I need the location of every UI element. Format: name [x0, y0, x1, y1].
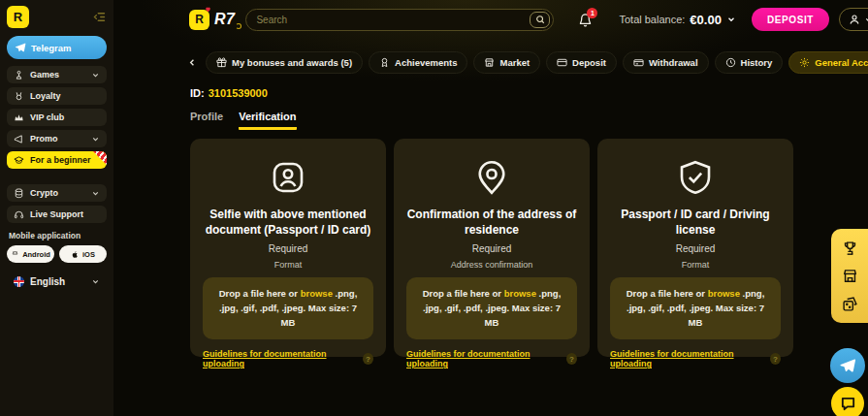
uk-flag-icon [14, 276, 24, 287]
wallet-icon [633, 57, 644, 68]
gift-icon [216, 57, 227, 68]
location-pin-icon [471, 157, 512, 198]
notifications-bell[interactable]: 1 [578, 13, 593, 27]
sidebar-item-label: Games [30, 70, 85, 80]
sidebar-item-vip-club[interactable]: VIP club [7, 109, 107, 126]
quick-access-rail [831, 229, 868, 323]
sidebar-collapse-icon[interactable] [92, 10, 107, 24]
telegram-float-button[interactable] [830, 348, 865, 383]
sparkle-decoration [236, 23, 241, 29]
subtab-profile[interactable]: Profile [190, 111, 223, 130]
crown-icon [14, 112, 24, 123]
file-dropzone[interactable]: Drop a file here or browse .png, .jpg, .… [610, 277, 781, 339]
help-icon[interactable]: ? [770, 353, 781, 365]
card-passport-id-license: Passport / ID card / Driving license Req… [597, 139, 793, 357]
balance-label: Total balance: [619, 14, 685, 25]
guidelines-link[interactable]: Guidelines for documentation uploading [406, 349, 561, 368]
sidebar-item-games[interactable]: Games [7, 66, 107, 83]
card-selfie-with-document: Selfie with above mentioned document (Pa… [190, 139, 386, 357]
sidebar: R Telegram Games Loyalty VIP club [0, 0, 113, 416]
sidebar-item-live-support[interactable]: Live Support [7, 206, 107, 223]
heart-decoration-icon [205, 6, 211, 13]
chevron-down-icon [864, 16, 868, 24]
help-icon[interactable]: ? [566, 353, 577, 365]
livechat-float-button[interactable] [831, 387, 864, 416]
sidebar-logo[interactable]: R [7, 6, 29, 28]
card-title: Passport / ID card / Driving license [610, 208, 781, 238]
profile-menu-button[interactable] [839, 8, 868, 31]
subtab-verification[interactable]: Verification [239, 111, 296, 130]
deposit-button[interactable]: DEPOSIT [752, 8, 829, 31]
tabs-back-chevron[interactable] [187, 57, 198, 68]
account-id-label: ID: [190, 87, 205, 99]
dropzone-text: Drop a file here or browse .png, .jpg, .… [420, 287, 563, 330]
tab-history[interactable]: History [715, 51, 784, 74]
format-label: Format [682, 260, 710, 270]
graduation-cap-icon [14, 155, 24, 166]
sidebar-item-label: Promo [30, 134, 85, 144]
search-button[interactable] [530, 12, 550, 28]
help-icon[interactable]: ? [363, 353, 373, 365]
sidebar-item-loyalty[interactable]: Loyalty [7, 87, 107, 105]
account-id-value: 3101539000 [209, 87, 268, 99]
sidebar-item-label: VIP club [30, 112, 100, 122]
sidebar-item-label: Loyalty [30, 91, 100, 101]
sidebar-item-crypto[interactable]: Crypto [7, 184, 107, 202]
chevron-down-icon [91, 71, 100, 80]
person-icon [849, 14, 860, 25]
required-label: Required [676, 243, 716, 254]
tab-general-account-settings[interactable]: General Account Settings [788, 51, 868, 74]
search-bar [245, 9, 554, 31]
android-label: Android [22, 250, 50, 259]
sidebar-item-label: For a beginner [30, 155, 100, 165]
language-selector[interactable]: English [7, 272, 107, 290]
store-icon [484, 57, 495, 68]
ios-app-button[interactable]: iOS [59, 245, 107, 263]
sidebar-item-label: Live Support [30, 209, 100, 219]
sidebar-item-label: Crypto [30, 188, 85, 198]
rail-dice-icon[interactable] [842, 296, 858, 312]
file-dropzone[interactable]: Drop a file here or browse .png, .jpg, .… [203, 277, 373, 339]
browse-link[interactable]: browse [504, 288, 536, 299]
account-tabs: My bonuses and awards (5) Achievements M… [187, 51, 868, 74]
required-label: Required [269, 243, 308, 254]
rail-market-icon[interactable] [842, 268, 858, 284]
headset-icon [14, 209, 24, 220]
balance-value: €0.00 [690, 13, 722, 27]
android-icon [11, 250, 19, 259]
settings-subtabs: Profile Verification [190, 111, 868, 130]
tab-withdrawal[interactable]: Withdrawal [623, 51, 709, 74]
guidelines-link[interactable]: Guidelines for documentation uploading [203, 349, 357, 368]
ios-label: iOS [82, 250, 95, 259]
sidebar-item-telegram[interactable]: Telegram [7, 36, 107, 59]
tab-market[interactable]: Market [473, 51, 540, 74]
chevron-down-icon [726, 15, 736, 24]
verification-cards: Selfie with above mentioned document (Pa… [190, 139, 868, 357]
top-header: R R7 1 Total balance: €0.00 DEPOSIT [113, 0, 868, 39]
browse-link[interactable]: browse [708, 288, 740, 299]
browse-link[interactable]: browse [301, 288, 333, 299]
search-input[interactable] [256, 15, 530, 25]
guidelines-link[interactable]: Guidelines for documentation uploading [610, 349, 764, 368]
sidebar-item-for-a-beginner[interactable]: For a beginner [7, 151, 107, 169]
chevron-down-icon [91, 135, 100, 144]
tab-deposit[interactable]: Deposit [546, 51, 617, 74]
tab-achievements[interactable]: Achievements [369, 51, 467, 74]
dropzone-text: Drop a file here or browse .png, .jpg, .… [216, 287, 360, 330]
required-label: Required [472, 243, 512, 254]
rail-trophy-icon[interactable] [842, 240, 858, 257]
brand-logo[interactable]: R R7 [189, 10, 235, 30]
megaphone-icon [14, 134, 24, 144]
telegram-icon [15, 42, 26, 53]
android-app-button[interactable]: Android [7, 245, 54, 263]
shield-check-icon [675, 157, 716, 198]
balance-dropdown[interactable]: Total balance: €0.00 [619, 13, 735, 27]
tab-my-bonuses-and-awards[interactable]: My bonuses and awards (5) [206, 51, 363, 74]
chevron-down-icon [91, 277, 100, 286]
file-dropzone[interactable]: Drop a file here or browse .png, .jpg, .… [406, 277, 577, 339]
card-address-confirmation: Confirmation of the address of residence… [394, 139, 590, 357]
id-photo-icon [268, 157, 308, 198]
notification-badge: 1 [587, 8, 597, 18]
sidebar-item-promo[interactable]: Promo [7, 130, 107, 147]
gear-icon [799, 57, 810, 68]
